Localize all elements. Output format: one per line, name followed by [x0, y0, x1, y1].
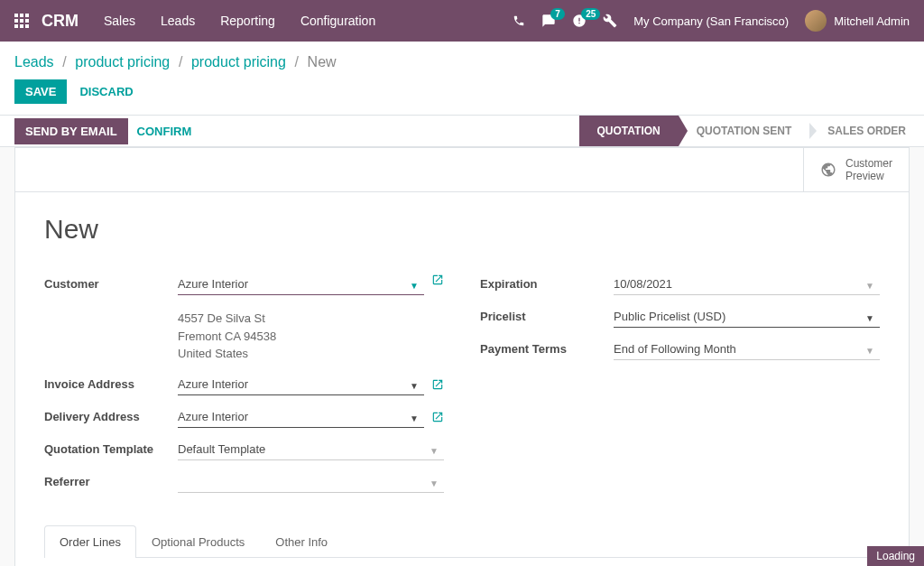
referrer-label: Referrer [44, 471, 178, 488]
delivery-external-link-icon[interactable] [431, 411, 444, 423]
template-input[interactable] [178, 439, 444, 460]
messages-badge: 7 [550, 8, 565, 20]
customer-preview-button[interactable]: Customer Preview [803, 148, 909, 191]
customer-label: Customer [44, 274, 178, 291]
nav-reporting[interactable]: Reporting [220, 14, 275, 28]
apps-icon[interactable] [14, 14, 29, 28]
template-label: Quotation Template [44, 439, 178, 456]
confirm-button[interactable]: CONFIRM [137, 118, 192, 144]
step-quotation[interactable]: QUOTATION [579, 116, 679, 146]
company-selector[interactable]: My Company (San Francisco) [633, 14, 789, 28]
invoice-input[interactable] [178, 374, 424, 395]
nav-sales[interactable]: Sales [104, 14, 135, 28]
avatar [805, 10, 827, 32]
step-quotation-sent[interactable]: QUOTATION SENT [679, 116, 810, 146]
breadcrumb: Leads / product pricing / product pricin… [0, 42, 924, 79]
address-line-3: United States [178, 345, 444, 363]
tab-order-lines[interactable]: Order Lines [44, 525, 136, 558]
customer-input[interactable] [178, 274, 424, 295]
payment-label: Payment Terms [480, 339, 614, 356]
user-menu[interactable]: Mitchell Admin [805, 10, 910, 32]
tab-optional-products[interactable]: Optional Products [136, 525, 260, 558]
action-row: SAVE DISCARD [0, 79, 924, 115]
bc-leads[interactable]: Leads [14, 54, 54, 70]
save-button[interactable]: SAVE [14, 79, 67, 104]
address-line-2: Fremont CA 94538 [178, 328, 444, 346]
payment-input[interactable] [614, 339, 880, 360]
invoice-external-link-icon[interactable] [431, 378, 444, 391]
brand[interactable]: CRM [42, 12, 79, 31]
bc-current: New [308, 54, 337, 70]
invoice-label: Invoice Address [44, 374, 178, 391]
pricelist-input[interactable] [614, 306, 880, 328]
tabs: Order Lines Optional Products Other Info [44, 525, 880, 558]
user-name: Mitchell Admin [834, 14, 910, 28]
step-sales-order[interactable]: SALES ORDER [809, 116, 924, 146]
messages-icon[interactable]: 7 [541, 14, 556, 28]
preview-line2: Preview [845, 170, 892, 182]
phone-icon[interactable] [513, 14, 525, 27]
activities-badge: 25 [581, 8, 600, 20]
expiration-label: Expiration [480, 274, 614, 291]
form-sheet: Customer Preview New Customer ▼ [14, 147, 910, 566]
bc-pricing-1[interactable]: product pricing [75, 54, 170, 70]
globe-icon [820, 162, 836, 178]
tools-icon[interactable] [603, 14, 617, 28]
topbar: CRM Sales Leads Reporting Configuration … [0, 0, 924, 42]
nav-leads[interactable]: Leads [161, 14, 195, 28]
nav-configuration[interactable]: Configuration [300, 14, 375, 28]
loading-indicator: Loading [867, 546, 924, 566]
status-bar: SEND BY EMAIL CONFIRM QUOTATION QUOTATIO… [0, 115, 924, 147]
discard-button[interactable]: DISCARD [79, 85, 133, 98]
activities-icon[interactable]: 25 [572, 14, 587, 28]
referrer-input[interactable] [178, 471, 444, 493]
customer-external-link-icon[interactable] [431, 274, 444, 286]
delivery-label: Delivery Address [44, 406, 178, 423]
bc-pricing-2[interactable]: product pricing [191, 54, 286, 70]
expiration-input[interactable] [614, 274, 880, 295]
delivery-input[interactable] [178, 406, 424, 428]
send-email-button[interactable]: SEND BY EMAIL [14, 118, 128, 144]
address-line-1: 4557 De Silva St [178, 310, 444, 328]
page-title: New [44, 214, 880, 245]
pricelist-label: Pricelist [480, 306, 614, 323]
tab-other-info[interactable]: Other Info [260, 525, 343, 558]
preview-line1: Customer [845, 157, 892, 170]
